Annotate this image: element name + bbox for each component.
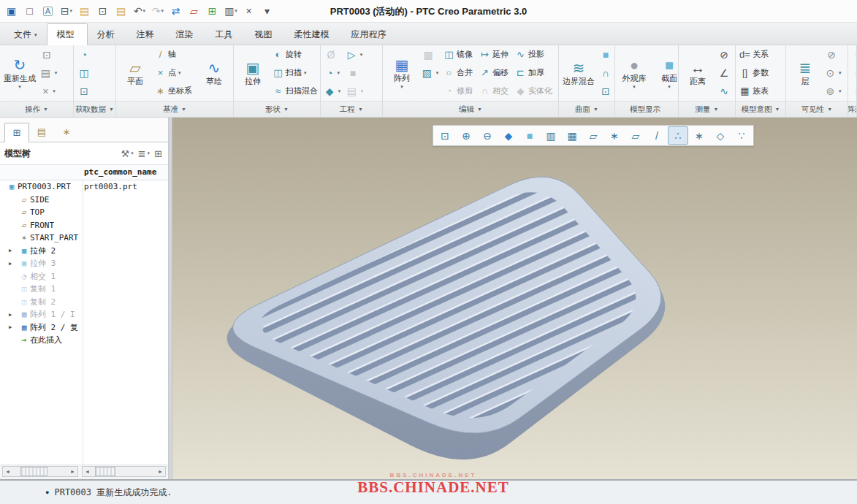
part-model[interactable]	[172, 118, 857, 479]
sweep-icon[interactable]: ◫ 扫描 ▾	[270, 64, 321, 82]
undo-icon[interactable]: ↶ ▾	[132, 3, 148, 19]
group-label-model-display[interactable]: 模型显示	[615, 101, 678, 117]
tree-item[interactable]: ▱ TOP	[0, 206, 168, 219]
pattern-icon[interactable]: ▦ 阵列 ▾	[384, 45, 419, 101]
regenerate-icon[interactable]: ↻ 重新生成 ▾	[1, 45, 38, 101]
visibility-icon[interactable]: ⊙ ▾	[823, 64, 845, 82]
clipped-group-icon[interactable]: ■	[850, 64, 857, 82]
group-label-operations[interactable]: 操作▼	[0, 101, 73, 117]
annotation-icon[interactable]: A	[40, 3, 56, 19]
datum-point-icon[interactable]: × 点 ▾	[153, 64, 197, 82]
save-icon[interactable]: ⊡	[95, 3, 111, 19]
display-style-icon[interactable]: ■	[519, 126, 540, 145]
ribbon-tab[interactable]: 应用程序	[342, 24, 399, 45]
expand-arrow-icon[interactable]: ▶	[9, 324, 18, 330]
spin-center-icon[interactable]: ∵	[731, 126, 752, 145]
repaint-icon[interactable]: ◆	[498, 126, 519, 145]
tree-item[interactable]: ▶ ▣ 拉伸 2	[0, 245, 168, 258]
measure-angle-icon[interactable]: ∠	[715, 64, 736, 82]
tree-item[interactable]: ◫ 复制 1	[0, 283, 168, 296]
shell-icon[interactable]: ■	[344, 64, 366, 82]
draft-icon[interactable]: ▷ ▾	[344, 45, 366, 64]
group-label-measure[interactable]: 测量▼	[679, 101, 735, 117]
delete-icon[interactable]: × ▾	[38, 82, 60, 100]
folder-browser-tab-icon[interactable]: ▤	[29, 122, 54, 142]
intersect-icon[interactable]: ∩ 相交	[477, 82, 513, 100]
scrollbar-thumb[interactable]	[95, 467, 115, 476]
erase-icon[interactable]: ▱	[186, 3, 202, 19]
app-icon[interactable]: ▣	[4, 3, 20, 19]
tree-item[interactable]: ▣ PRT0003.PRT prt0003.prt	[0, 180, 168, 194]
divide-surface-icon[interactable]: ▩	[419, 45, 441, 64]
ribbon-tab[interactable]: 模型	[47, 23, 88, 45]
group-label-visibility[interactable]: 可见性▼	[786, 101, 848, 117]
save-visibility-icon[interactable]: ⊚ ▾	[823, 82, 845, 100]
boundary-blend-icon[interactable]: ≋ 边界混合	[560, 45, 597, 101]
project-icon[interactable]: ∿ 投影	[513, 45, 557, 64]
extend-icon[interactable]: ↦ 延伸	[477, 45, 513, 64]
model-tree-tab-icon[interactable]: ⊞	[4, 123, 29, 142]
ribbon-tab[interactable]: 渲染	[167, 24, 206, 45]
fill-icon[interactable]: ■	[597, 45, 615, 64]
annotation-display-icon[interactable]: ◇	[710, 126, 731, 145]
tree-item[interactable]: ∗ START_PART	[0, 232, 168, 245]
datum-csys-icon[interactable]: ∗ 坐标系	[153, 82, 197, 100]
tree-item[interactable]: ▶ ▦ 阵列 1 / I	[0, 308, 168, 321]
measure-distance-icon[interactable]: ↔ 距离	[680, 45, 715, 101]
datum-plane-icon[interactable]: ▱ 平面	[118, 45, 153, 101]
tree-item[interactable]: → 在此插入	[0, 334, 168, 347]
scroll-right-icon[interactable]: ►	[68, 469, 77, 474]
paste-icon[interactable]: ▤ ▾	[38, 64, 60, 82]
clipped-group-icon[interactable]: ■	[850, 45, 857, 64]
swept-blend-icon[interactable]: ≈ 扫描混合	[270, 82, 321, 100]
edit-tool-icon[interactable]: ▨ ▾	[419, 64, 441, 82]
model-player-icon[interactable]: ⊞	[205, 3, 221, 19]
import-icon[interactable]: ◔	[75, 45, 97, 64]
sketch-icon[interactable]: ∿ 草绘	[197, 45, 232, 101]
view-manager-icon[interactable]: ▦	[562, 126, 582, 145]
group-label-get-data[interactable]: 获取数据▼	[74, 101, 115, 117]
tree-columns-icon[interactable]: ⊞	[154, 148, 164, 159]
thicken-icon[interactable]: ⊏ 加厚	[513, 64, 557, 82]
tree-item[interactable]: ◔ 相交 1	[0, 270, 168, 283]
windows-icon[interactable]: ▥ ▾	[223, 3, 239, 19]
ribbon-tab[interactable]: 分析	[88, 24, 127, 45]
expand-arrow-icon[interactable]: ▶	[9, 312, 18, 318]
group-label-clipped[interactable]: 点阵列	[848, 101, 856, 117]
round-icon[interactable]: ◔ ▾	[322, 64, 344, 82]
hidden-items-icon[interactable]: ⊘	[823, 45, 845, 64]
ribbon-tab[interactable]: 注释	[127, 24, 167, 45]
group-label-engineering[interactable]: 工程▼	[321, 101, 382, 117]
tree-item[interactable]: ◫ 复制 2	[0, 296, 168, 309]
tree-filters-icon[interactable]: ⚒ ▾	[121, 148, 134, 159]
new-file-icon[interactable]: □	[22, 3, 38, 19]
ribbon-tab[interactable]: 柔性建模	[285, 24, 342, 45]
expand-arrow-icon[interactable]: ▶	[9, 261, 18, 267]
group-label-surfaces[interactable]: 曲面▼	[559, 101, 614, 117]
hole-icon[interactable]: Ø	[322, 45, 344, 64]
datum-axis-icon[interactable]: / 轴	[153, 45, 197, 64]
plane-display-icon[interactable]: ▱	[625, 126, 646, 145]
tree-item[interactable]: ▶ ▣ 拉伸 3	[0, 257, 168, 270]
point-display-icon[interactable]: ∴	[668, 126, 688, 145]
chamfer-icon[interactable]: ◆ ▾	[322, 82, 344, 100]
refit-icon[interactable]: ⊡	[435, 126, 455, 145]
tree-item[interactable]: ▱ FRONT	[0, 219, 168, 232]
column-ptc-common-name[interactable]: ptc_common_name	[84, 167, 156, 177]
group-label-editing[interactable]: 编辑▼	[383, 101, 558, 117]
axis-display-icon[interactable]: /	[647, 126, 667, 145]
copy-geometry-icon[interactable]: ◫	[75, 64, 97, 82]
scroll-right-icon[interactable]: ►	[156, 469, 165, 474]
revolve-icon[interactable]: ◐ 旋转	[270, 45, 321, 64]
group-label-model-intent[interactable]: 模型意图▼	[736, 101, 785, 117]
rib-icon[interactable]: ▤ ▾	[344, 82, 366, 100]
tree-hscrollbar-right[interactable]: ◄ ►	[82, 466, 166, 477]
annotations-icon[interactable]: ▱	[583, 126, 603, 145]
zoom-in-icon[interactable]: ⊕	[456, 126, 476, 145]
appearance-gallery-icon[interactable]: ● 外观库 ▾	[617, 45, 652, 101]
csys-display-icon[interactable]: ∗	[689, 126, 709, 145]
saved-orientations-icon[interactable]: ▥	[541, 126, 561, 145]
scroll-left-icon[interactable]: ◄	[3, 469, 12, 474]
close-window-icon[interactable]: ×	[241, 3, 257, 19]
favorites-tab-icon[interactable]: ∗	[54, 122, 79, 142]
